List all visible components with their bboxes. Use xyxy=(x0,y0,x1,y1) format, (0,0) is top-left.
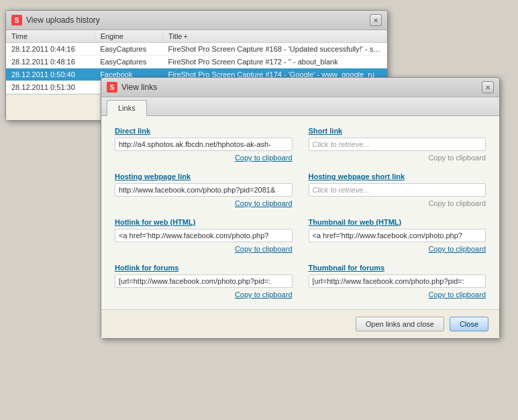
link-input-hotlink-forums[interactable]: [url=http://www.facebook.com/photo.php?p… xyxy=(115,274,293,288)
link-input-direct-link[interactable]: http://a4.sphotos.ak.fbcdn.net/hphotos-a… xyxy=(115,138,293,151)
copy-link-hotlink-forums[interactable]: Copy to clipboard xyxy=(115,291,293,299)
copy-link-thumbnail-forums[interactable]: Copy to clipboard xyxy=(309,291,486,299)
cell-title: FireShot Pro Screen Capture #168 - 'Upda… xyxy=(163,43,387,56)
cell-time: 28.12.2011 0:48:16 xyxy=(6,56,95,68)
cell-time: 28.12.2011 0:51:30 xyxy=(6,81,95,94)
link-group-hotlink-forums: Hotlink for forums[url=http://www.facebo… xyxy=(115,264,293,299)
link-group-hosting-webpage: Hosting webpage linkhttp://www.facebook.… xyxy=(115,172,293,207)
cell-title: FireShot Pro Screen Capture #172 - '' - … xyxy=(163,56,387,68)
link-label-hotlink-web[interactable]: Hotlink for web (HTML) xyxy=(115,218,293,226)
links-titlebar: S View links ✕ xyxy=(101,78,499,97)
link-group-thumbnail-forums: Thumbnail for forums[url=http://www.face… xyxy=(309,264,486,299)
links-window: S View links ✕ Links Direct linkhttp://a… xyxy=(101,77,500,339)
links-app-icon: S xyxy=(107,82,117,93)
link-label-hotlink-forums[interactable]: Hotlink for forums xyxy=(115,264,293,272)
links-title-area: S View links xyxy=(107,82,157,93)
links-footer: Open links and close Close xyxy=(101,309,499,338)
link-label-short-link[interactable]: Short link xyxy=(309,127,486,135)
link-input-hosting-webpage[interactable]: http://www.facebook.com/photo.php?pid=20… xyxy=(115,183,293,197)
tab-bar: Links xyxy=(101,97,499,116)
copy-link-direct-link[interactable]: Copy to clipboard xyxy=(115,154,293,162)
link-group-hotlink-web: Hotlink for web (HTML)<a href='http://ww… xyxy=(115,218,293,253)
cell-engine: EasyCaptures xyxy=(95,43,162,56)
link-label-hosting-webpage-short[interactable]: Hosting webpage short link xyxy=(309,172,486,180)
copy-link-hosting-webpage-short: Copy to clipboard xyxy=(309,199,486,207)
history-title-area: S View uploads history xyxy=(11,15,100,25)
link-label-hosting-webpage[interactable]: Hosting webpage link xyxy=(115,172,293,180)
link-label-direct-link[interactable]: Direct link xyxy=(115,127,293,135)
links-body: Direct linkhttp://a4.sphotos.ak.fbcdn.ne… xyxy=(101,116,499,309)
sort-icon: + xyxy=(183,32,187,40)
link-input-thumbnail-forums[interactable]: [url=http://www.facebook.com/photo.php?p… xyxy=(309,274,486,288)
cell-engine: EasyCaptures xyxy=(95,56,162,68)
copy-link-hosting-webpage[interactable]: Copy to clipboard xyxy=(115,199,293,207)
cell-time: 28.12.2011 0:44:16 xyxy=(6,43,95,56)
app-icon: S xyxy=(11,15,22,25)
link-label-thumbnail-forums[interactable]: Thumbnail for forums xyxy=(309,264,486,272)
link-input-hosting-webpage-short[interactable]: Click to retrieve... xyxy=(309,183,486,197)
link-input-hotlink-web[interactable]: <a href='http://www.facebook.com/photo.p… xyxy=(115,229,293,242)
table-row[interactable]: 28.12.2011 0:44:16 EasyCaptures FireShot… xyxy=(6,43,387,56)
links-title: View links xyxy=(121,83,157,92)
link-group-thumbnail-web: Thumbnail for web (HTML)<a href='http://… xyxy=(309,218,486,253)
history-close-button[interactable]: ✕ xyxy=(370,14,382,26)
copy-link-thumbnail-web[interactable]: Copy to clipboard xyxy=(309,245,486,253)
links-content: Links Direct linkhttp://a4.sphotos.ak.fb… xyxy=(101,97,499,309)
cell-time: 28.12.2011 0:50:40 xyxy=(6,68,95,81)
link-label-thumbnail-web[interactable]: Thumbnail for web (HTML) xyxy=(309,218,486,226)
links-close-x-button[interactable]: ✕ xyxy=(482,81,494,93)
col-time[interactable]: Time xyxy=(6,30,95,43)
link-group-short-link: Short linkClick to retrieve...Copy to cl… xyxy=(309,127,486,162)
link-group-direct-link: Direct linkhttp://a4.sphotos.ak.fbcdn.ne… xyxy=(115,127,293,162)
history-titlebar: S View uploads history ✕ xyxy=(6,11,387,30)
close-button[interactable]: Close xyxy=(450,317,488,331)
col-engine[interactable]: Engine xyxy=(95,30,162,43)
link-input-thumbnail-web[interactable]: <a href='http://www.facebook.com/photo.p… xyxy=(309,229,486,242)
tab-links[interactable]: Links xyxy=(107,100,147,116)
open-links-close-button[interactable]: Open links and close xyxy=(356,317,444,331)
history-title: View uploads history xyxy=(26,15,100,25)
col-title[interactable]: Title + xyxy=(163,30,387,43)
copy-link-short-link: Copy to clipboard xyxy=(309,154,486,162)
table-row[interactable]: 28.12.2011 0:48:16 EasyCaptures FireShot… xyxy=(6,56,387,68)
link-group-hosting-webpage-short: Hosting webpage short linkClick to retri… xyxy=(309,172,486,207)
link-input-short-link[interactable]: Click to retrieve... xyxy=(309,138,486,151)
links-grid: Direct linkhttp://a4.sphotos.ak.fbcdn.ne… xyxy=(115,127,486,299)
copy-link-hotlink-web[interactable]: Copy to clipboard xyxy=(115,245,293,253)
